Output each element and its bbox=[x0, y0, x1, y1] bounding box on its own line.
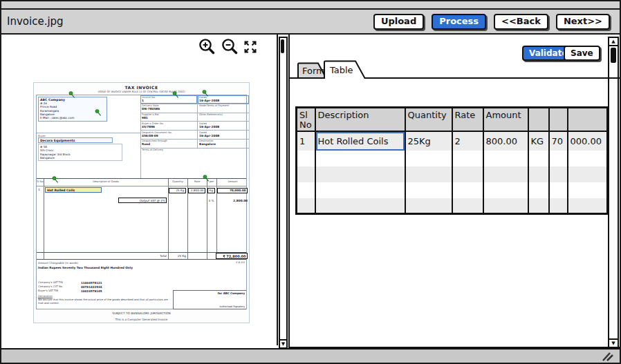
cell-extra-1[interactable]: KG bbox=[528, 131, 549, 151]
fit-screen-button[interactable] bbox=[243, 40, 257, 54]
meta-label: Terms of Delivery bbox=[142, 149, 196, 151]
item-sl: 1 bbox=[38, 188, 40, 191]
item-description-highlight[interactable]: Hot Rolled Coils bbox=[45, 187, 102, 193]
invoice-meta-cell: Mode/Terms of Payment bbox=[197, 104, 249, 113]
cell-empty[interactable] bbox=[549, 182, 568, 198]
window-top-strip bbox=[1, 1, 620, 10]
table-row: 1 Hot Rolled Coils 25Kg 2 800.00 KG 70 0… bbox=[297, 131, 608, 151]
zoom-in-button[interactable] bbox=[198, 37, 217, 57]
cell-extra-2[interactable]: 70 bbox=[549, 131, 568, 151]
invoice-meta-row: Terms of Delivery bbox=[140, 149, 249, 178]
for-company: for ABC Company bbox=[218, 291, 245, 295]
cell-description[interactable]: Hot Rolled Coils bbox=[315, 131, 405, 151]
items-header-amount: Amount bbox=[217, 179, 248, 186]
divider bbox=[44, 179, 44, 259]
toolbar: Upload Process <<Back Next>> bbox=[373, 14, 610, 30]
vat-desc-highlight[interactable]: Output VAT @ 4% bbox=[118, 198, 167, 203]
cell-empty[interactable] bbox=[297, 166, 315, 182]
scroll-down-button[interactable]: ▼ bbox=[280, 339, 286, 347]
table-row-empty bbox=[297, 151, 608, 166]
extracted-items-table: Sl No Description Quantity Rate Amount 1… bbox=[295, 106, 609, 215]
item-amount-highlight[interactable]: 70,000.00 bbox=[217, 188, 248, 193]
cell-empty[interactable] bbox=[405, 151, 452, 166]
cell-empty[interactable] bbox=[297, 182, 315, 198]
col-header-blank bbox=[528, 108, 549, 131]
cell-empty[interactable] bbox=[568, 151, 608, 166]
cell-empty[interactable] bbox=[452, 182, 483, 198]
viewer-scrollbar[interactable]: ▼ bbox=[279, 37, 288, 349]
cell-empty[interactable] bbox=[452, 198, 483, 214]
divider bbox=[37, 252, 246, 253]
cell-empty[interactable] bbox=[568, 166, 608, 182]
col-header-quantity: Quantity bbox=[405, 108, 452, 131]
cell-empty[interactable] bbox=[528, 182, 549, 198]
jurisdiction-note: SUBJECT TO BANGALORE JURISDICTION bbox=[34, 312, 249, 315]
cell-empty[interactable] bbox=[528, 166, 549, 182]
cell-empty[interactable] bbox=[483, 182, 528, 198]
cell-empty[interactable] bbox=[568, 182, 608, 198]
cell-empty[interactable] bbox=[452, 166, 483, 182]
cell-empty[interactable] bbox=[528, 198, 549, 214]
cell-empty[interactable] bbox=[452, 151, 483, 166]
cell-empty[interactable] bbox=[549, 198, 568, 214]
meta-value: 16-Apr-2008 bbox=[199, 99, 248, 102]
cell-empty[interactable] bbox=[405, 182, 452, 198]
next-button[interactable]: Next>> bbox=[556, 14, 610, 30]
cell-empty[interactable] bbox=[528, 151, 549, 166]
table-scrollbar[interactable]: ▲ ▼ bbox=[608, 37, 619, 348]
resize-grip-icon[interactable] bbox=[600, 351, 615, 364]
invoice-buyer-name[interactable]: Decora Equipments bbox=[38, 137, 113, 143]
save-button[interactable]: Save bbox=[564, 46, 600, 61]
cell-quantity[interactable]: 25Kg bbox=[405, 131, 452, 151]
items-header-desc: Description of Goods bbox=[44, 179, 167, 186]
cell-empty[interactable] bbox=[405, 166, 452, 182]
cell-empty[interactable] bbox=[483, 166, 528, 182]
invoice-buyer-address: # 585th CrossRajajinagar 3rd BlockBangal… bbox=[38, 144, 122, 161]
item-quantity-highlight[interactable]: 25 Kg bbox=[169, 188, 186, 193]
process-button[interactable]: Process bbox=[432, 14, 486, 30]
scrollbar-thumb[interactable] bbox=[281, 39, 284, 53]
scroll-down-button[interactable]: ▼ bbox=[609, 338, 618, 347]
upload-button[interactable]: Upload bbox=[373, 14, 424, 30]
cell-empty[interactable] bbox=[483, 151, 528, 166]
invoice-title: TAX INVOICE bbox=[34, 85, 249, 90]
item-rate-highlight[interactable]: 2,800.00 bbox=[188, 188, 205, 193]
tab-table[interactable]: Table bbox=[324, 60, 367, 79]
invoice-meta-cell: Dated 16-Apr-2008 bbox=[197, 131, 249, 140]
magnifier-minus-icon bbox=[221, 37, 240, 57]
cell-empty[interactable] bbox=[405, 198, 452, 214]
cell-empty[interactable] bbox=[297, 151, 315, 166]
back-button[interactable]: <<Back bbox=[494, 14, 548, 30]
invoice-image: TAX INVOICE (ISSUE OF INVOICE UNDER RULE… bbox=[33, 82, 250, 323]
meta-value: 16-Apr-2008 bbox=[199, 125, 248, 128]
invoice-meta-cell: Terms of Delivery bbox=[140, 149, 197, 157]
cell-empty[interactable] bbox=[483, 198, 528, 214]
cell-extra-3[interactable]: 000.00 bbox=[568, 131, 608, 151]
cell-empty[interactable] bbox=[549, 151, 568, 166]
cell-empty[interactable] bbox=[549, 166, 568, 182]
scrollbar-thumb[interactable] bbox=[611, 48, 616, 63]
cell-empty[interactable] bbox=[315, 151, 405, 166]
cell-empty[interactable] bbox=[315, 166, 405, 182]
item-per-highlight[interactable]: Kg bbox=[207, 188, 215, 193]
eoe-label: E & O.E bbox=[236, 261, 245, 265]
tin-label: Buyer's VAT TIN bbox=[38, 289, 81, 294]
cell-sl-no[interactable]: 1 bbox=[297, 131, 315, 151]
app-window: Invoice.jpg Upload Process <<Back Next>> bbox=[0, 0, 621, 364]
declaration-text: We declare that this invoice shows the a… bbox=[38, 298, 171, 305]
invoice-meta-row: Supplier's Ref. 981 Other Reference(s) bbox=[140, 113, 249, 122]
invoice-buyer-label: Buyer bbox=[38, 135, 46, 137]
cell-empty[interactable] bbox=[315, 182, 405, 198]
col-header-rate: Rate bbox=[452, 108, 483, 131]
col-header-sl-no: Sl No bbox=[297, 108, 315, 131]
invoice-meta-cell: Invoice No. 1 bbox=[140, 95, 197, 104]
cell-amount[interactable]: 800.00 bbox=[483, 131, 528, 151]
cell-empty[interactable] bbox=[315, 198, 405, 214]
cell-rate[interactable]: 2 bbox=[452, 131, 483, 151]
zoom-out-button[interactable] bbox=[221, 37, 240, 57]
cell-empty[interactable] bbox=[568, 198, 608, 214]
address-line: E-Mail : sales @abc.com bbox=[40, 116, 105, 119]
cell-empty[interactable] bbox=[297, 198, 315, 214]
invoice-meta-row: Buyer's Order No. 45/7896 Dated 16-Apr-2… bbox=[140, 122, 249, 131]
scroll-up-button[interactable]: ▲ bbox=[609, 38, 618, 46]
